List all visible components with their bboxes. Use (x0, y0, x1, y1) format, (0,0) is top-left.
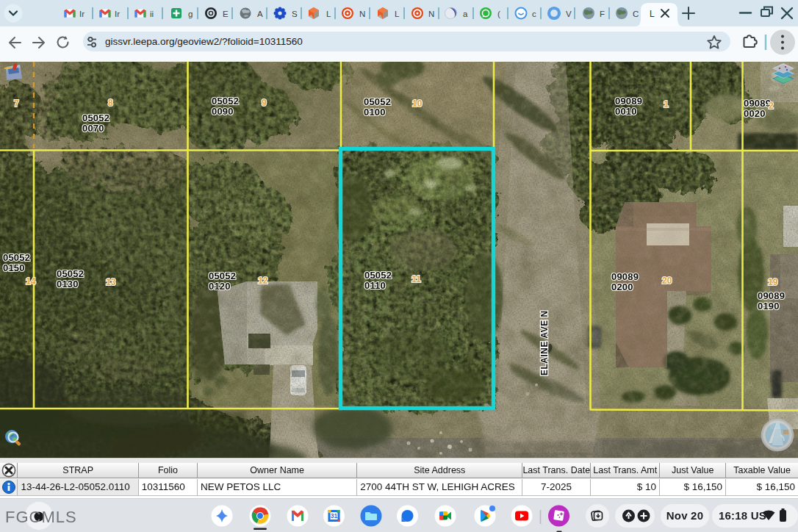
svg-text:0010: 0010 (615, 106, 637, 117)
svg-text:Nov 20: Nov 20 (666, 509, 703, 522)
svg-text:0130: 0130 (57, 278, 79, 290)
svg-text:g: g (188, 10, 193, 18)
svg-text:05052: 05052 (82, 112, 109, 123)
svg-text:L: L (326, 10, 331, 18)
svg-text:20: 20 (662, 276, 672, 286)
svg-text:10: 10 (412, 98, 423, 109)
svg-text:FGCMLS: FGCMLS (5, 508, 77, 526)
svg-text:N: N (428, 10, 434, 18)
svg-text:1: 1 (664, 99, 669, 109)
svg-text:11: 11 (411, 274, 421, 284)
svg-text:F: F (600, 10, 605, 18)
svg-text:a: a (463, 10, 468, 18)
svg-text:05052: 05052 (212, 96, 239, 107)
svg-text:L: L (395, 10, 400, 18)
svg-text:0110: 0110 (364, 280, 386, 291)
svg-text:S: S (292, 10, 298, 18)
svg-text:05052: 05052 (57, 268, 84, 279)
svg-text:14: 14 (26, 276, 36, 287)
svg-text:8: 8 (108, 98, 113, 108)
svg-text:0070: 0070 (82, 123, 104, 134)
svg-text:0100: 0100 (364, 107, 386, 118)
svg-text:E: E (223, 10, 229, 18)
svg-text:09089: 09089 (758, 290, 785, 301)
svg-text:N: N (359, 10, 365, 18)
svg-text:0020: 0020 (744, 108, 766, 119)
svg-text:13: 13 (106, 277, 116, 287)
svg-text:Ir: Ir (79, 10, 85, 18)
svg-text:09089: 09089 (744, 98, 771, 109)
svg-text:9: 9 (262, 98, 267, 108)
svg-text:(: ( (497, 10, 500, 18)
svg-text:ELAINE AVE N: ELAINE AVE N (539, 310, 550, 375)
svg-text:12: 12 (258, 276, 268, 286)
svg-text:0200: 0200 (611, 281, 633, 292)
svg-text:05052: 05052 (364, 96, 391, 107)
svg-text:16:18 US: 16:18 US (719, 509, 766, 522)
svg-text:A: A (257, 10, 263, 18)
svg-text:05052: 05052 (364, 270, 392, 281)
svg-text:7: 7 (14, 98, 19, 109)
svg-text:19: 19 (768, 277, 778, 287)
svg-text:09089: 09089 (615, 96, 642, 107)
svg-text:0150: 0150 (3, 262, 25, 273)
svg-text:ii: ii (150, 10, 154, 18)
svg-text:05052: 05052 (209, 270, 236, 281)
svg-text:c: c (532, 10, 536, 18)
svg-text:05052: 05052 (3, 252, 30, 263)
svg-text:31: 31 (331, 512, 338, 520)
svg-text:V: V (566, 10, 572, 18)
svg-text:2: 2 (769, 101, 774, 111)
svg-text:09089: 09089 (611, 271, 639, 282)
svg-text:0090: 0090 (212, 106, 234, 117)
svg-text:0190: 0190 (758, 301, 780, 312)
svg-text:C: C (633, 10, 639, 18)
svg-text:L: L (650, 9, 655, 19)
svg-text:Ir: Ir (115, 10, 120, 18)
svg-text:0120: 0120 (209, 281, 231, 292)
